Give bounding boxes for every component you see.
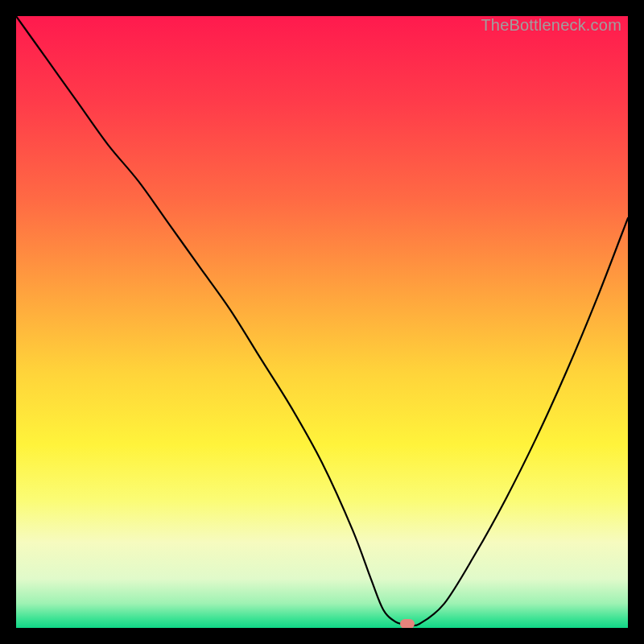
- plot-area: TheBottleneck.com: [16, 16, 628, 628]
- optimal-marker: [400, 619, 415, 628]
- bottleneck-curve: [16, 16, 628, 625]
- watermark: TheBottleneck.com: [481, 16, 621, 35]
- chart-stage: TheBottleneck.com: [0, 0, 644, 644]
- curve-layer: [16, 16, 628, 628]
